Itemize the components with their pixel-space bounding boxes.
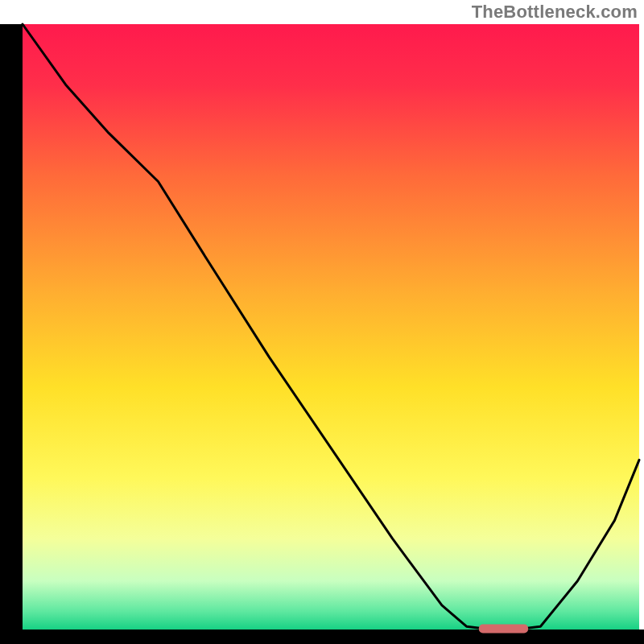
plot-background: [23, 24, 639, 630]
x-axis: [0, 630, 644, 644]
y-axis: [0, 24, 23, 644]
bottleneck-chart: [0, 0, 644, 644]
optimal-range-marker: [479, 625, 528, 634]
chart-container: TheBottleneck.com: [0, 0, 644, 644]
watermark-text: TheBottleneck.com: [472, 2, 638, 23]
